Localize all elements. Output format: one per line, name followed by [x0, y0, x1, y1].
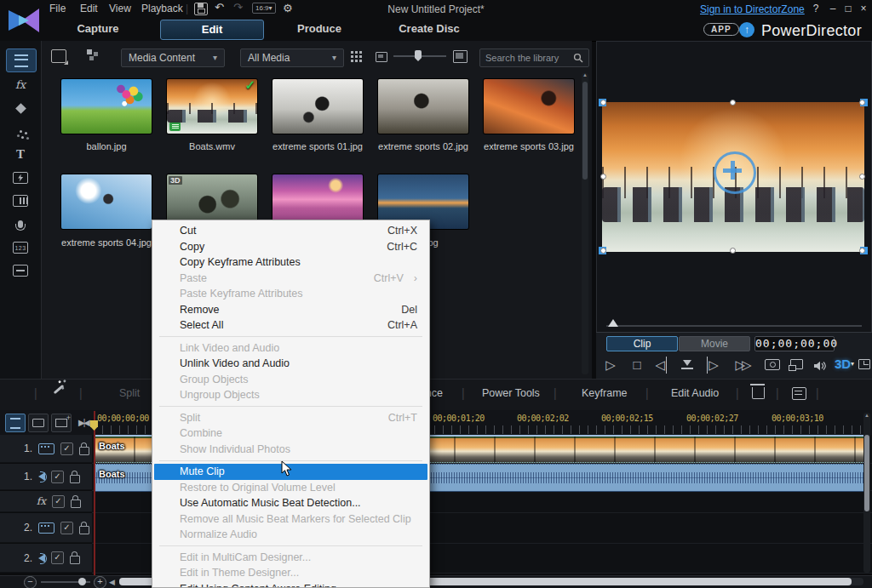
selection-handle[interactable] [600, 248, 606, 254]
help-button[interactable]: ? [809, 3, 823, 14]
menu-item-remove[interactable]: RemoveDel [152, 302, 429, 318]
clip-mode-button[interactable]: Clip [606, 336, 678, 351]
selection-handle[interactable] [730, 248, 736, 254]
zoom-in-button[interactable]: + [94, 576, 106, 588]
menu-view[interactable]: View [104, 0, 136, 17]
keyframe-button[interactable]: Keyframe [582, 387, 628, 399]
large-thumbnail-icon[interactable] [453, 50, 468, 63]
sidebar-item-chapter-room[interactable]: 123 [6, 237, 35, 259]
media-thumbnail-ballon[interactable] [61, 79, 152, 134]
track-header-video-1[interactable]: 1. ✓ [0, 435, 92, 463]
app-badge[interactable]: APP [703, 23, 739, 36]
small-thumbnail-icon[interactable] [376, 52, 387, 62]
zoom-out-button[interactable]: − [24, 576, 37, 588]
previous-frame-button[interactable]: ◁ [654, 357, 667, 374]
sidebar-item-transition-room[interactable] [6, 167, 35, 189]
timeline-scrollbar-thumb[interactable] [864, 435, 869, 511]
scroll-up-icon[interactable]: ▲ [863, 413, 870, 418]
minimize-button[interactable]: – [826, 3, 840, 14]
sidebar-item-pip-room[interactable] [6, 97, 35, 119]
preview-window-icon[interactable] [790, 359, 803, 369]
play-button[interactable]: ▷ [601, 357, 620, 374]
selection-handle[interactable] [859, 248, 865, 254]
menu-playback[interactable]: Playback [136, 0, 188, 17]
preview-seek-thumb[interactable] [608, 319, 618, 327]
track-header-audio-1[interactable]: 1. ✓ [0, 464, 92, 490]
search-input[interactable]: Search the library [479, 49, 589, 67]
library-scrollbar[interactable]: ▲ [582, 73, 588, 374]
tab-edit[interactable]: Edit [160, 20, 264, 40]
selection-handle[interactable] [600, 100, 606, 106]
menu-edit[interactable]: Edit [75, 0, 103, 17]
menu-item-music-beat-detection[interactable]: Use Automatic Music Beat Detection... [152, 495, 429, 511]
track-lock-icon[interactable] [70, 556, 80, 564]
upgrade-arrow-icon[interactable]: ↑ [739, 22, 754, 37]
track-header-video-2[interactable]: 2. ✓ [0, 513, 92, 543]
menu-item-cut[interactable]: CutCtrl+X [152, 223, 429, 239]
track-header-audio-2[interactable]: 2. ✓ [0, 544, 92, 573]
track-enable-checkbox[interactable]: ✓ [52, 495, 65, 508]
aspect-ratio-selector[interactable]: 16:9▾ [252, 3, 276, 14]
chevron-down-icon[interactable]: ▾ [851, 360, 854, 368]
selection-handle[interactable] [859, 100, 865, 106]
stop-button[interactable]: □ [628, 357, 646, 374]
menu-item-content-aware-editing[interactable]: Edit Using Content Aware Editing... [152, 581, 429, 588]
grid-view-icon[interactable] [351, 51, 362, 62]
tab-produce[interactable]: Produce [281, 22, 358, 35]
selection-handle[interactable] [730, 100, 736, 106]
sidebar-item-effect-room[interactable]: fx [6, 73, 35, 95]
save-icon[interactable] [194, 3, 208, 15]
track-enable-checkbox[interactable]: ✓ [51, 471, 64, 483]
sidebar-item-particle-room[interactable] [6, 120, 35, 142]
library-plugin-icon[interactable] [87, 49, 99, 61]
seek-marker-button[interactable] [683, 360, 693, 369]
3d-mode-button[interactable]: 3D [835, 357, 851, 371]
preview-seek-track[interactable] [606, 325, 862, 327]
delete-trash-icon[interactable] [752, 387, 765, 399]
movie-mode-button[interactable]: Movie [679, 336, 750, 351]
snapshot-camera-icon[interactable] [765, 359, 780, 370]
settings-gear-icon[interactable]: ⚙ [283, 2, 293, 14]
sidebar-item-title-room[interactable]: T [6, 143, 35, 165]
track-header-fx[interactable]: fx ✓ [0, 491, 92, 512]
menu-file[interactable]: File [44, 0, 71, 17]
menu-item-copy-keyframe-attributes[interactable]: Copy Keyframe Attributes [152, 254, 429, 271]
media-thumbnail-xs01[interactable] [272, 79, 363, 134]
volume-icon[interactable] [813, 359, 827, 374]
selection-handle[interactable] [859, 174, 865, 180]
production-notes-icon[interactable] [792, 387, 806, 400]
timeline-playhead-line[interactable] [94, 411, 95, 575]
timeline-zoom-slider-thumb[interactable] [78, 578, 86, 585]
timeline-vertical-scrollbar[interactable]: ▲ [863, 413, 870, 573]
scroll-up-icon[interactable]: ▲ [582, 72, 588, 77]
maximize-button[interactable]: □ [841, 3, 855, 14]
split-tool-button[interactable]: Split [119, 387, 140, 399]
import-media-icon[interactable] [51, 49, 66, 63]
sidebar-item-subtitle-room[interactable] [6, 260, 35, 282]
menu-item-unlink-video-audio[interactable]: Unlink Video and Audio [152, 356, 429, 372]
track-manager-button[interactable] [51, 414, 72, 432]
power-tools-button[interactable]: Power Tools [482, 387, 540, 399]
tab-capture[interactable]: Capture [60, 22, 136, 35]
track-enable-checkbox[interactable]: ✓ [60, 442, 73, 455]
track-lock-icon[interactable] [79, 526, 89, 534]
media-thumbnail-boats[interactable]: ✓ [167, 79, 257, 134]
preview-timecode[interactable]: 00;00;00;00 [754, 336, 835, 351]
sidebar-item-voiceover-room[interactable] [6, 213, 35, 235]
all-media-dropdown[interactable]: All Media▾ [240, 49, 344, 67]
library-scrollbar-thumb[interactable] [582, 82, 588, 180]
menu-item-select-all[interactable]: Select AllCtrl+A [152, 317, 429, 334]
track-enable-checkbox[interactable]: ✓ [51, 551, 64, 564]
redo-icon[interactable]: ↷ [233, 1, 243, 14]
sidebar-item-media-room[interactable] [6, 49, 37, 72]
storyboard-view-button[interactable] [28, 414, 49, 432]
tab-create-disc[interactable]: Create Disc [387, 22, 471, 35]
media-thumbnail-xs04[interactable] [61, 174, 152, 229]
media-thumbnail-xs02[interactable] [378, 79, 468, 134]
snap-toggle-button[interactable]: ▶|◀ [74, 414, 93, 431]
undock-preview-icon[interactable] [858, 359, 870, 369]
close-button[interactable]: × [857, 3, 870, 14]
track-enable-checkbox[interactable]: ✓ [60, 522, 73, 534]
undo-icon[interactable]: ↶ [215, 1, 224, 14]
track-lock-icon[interactable] [79, 447, 89, 455]
